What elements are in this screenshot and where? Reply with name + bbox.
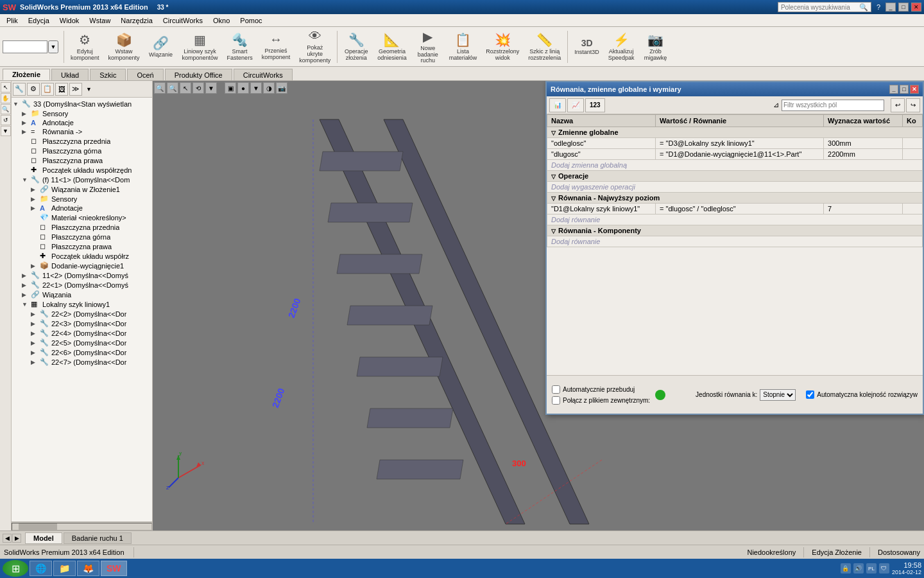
table-row[interactable]: "odleglosc" = "D3@Lokalny szyk liniowy1"… — [547, 138, 923, 149]
close-button[interactable]: ✕ — [911, 3, 921, 12]
add-operation-link[interactable]: Dodaj wygaszenie operacji — [547, 182, 923, 193]
tree-item-part22-3[interactable]: ▶ 🔧 22<3> (Domyślna<<Dor — [13, 319, 151, 328]
dialog-btn-123[interactable]: 123 — [585, 98, 605, 112]
tree-item-part22-6[interactable]: ▶ 🔧 22<6> (Domyślna<<Dor — [13, 347, 151, 357]
tree-item-part22-4[interactable]: ▶ 🔧 22<4> (Domyślna<<Dor — [13, 328, 151, 338]
tree-item-plane-right2[interactable]: ◻ Płaszczyzna prawa — [13, 241, 151, 251]
search-box[interactable]: 🔍 — [778, 2, 871, 12]
sidebar-scrollbar[interactable] — [12, 521, 152, 530]
expander-part22-1[interactable]: ▶ — [22, 282, 31, 288]
toolbar-move-component[interactable]: ↔ Przenieśkomponent — [258, 29, 295, 65]
start-button[interactable]: ⊞ — [3, 560, 28, 577]
tree-item-plane-top1[interactable]: ◻ Płaszczyzna górna — [13, 146, 151, 155]
menu-edycja[interactable]: Edycja — [23, 15, 55, 26]
lt-select[interactable]: ↖ — [1, 82, 11, 92]
search-input[interactable] — [781, 4, 858, 11]
vp-zoom-out[interactable]: 🔍 — [167, 82, 178, 94]
tray-volume[interactable]: 🔊 — [853, 563, 864, 574]
expander-part22-7[interactable]: ▶ — [31, 359, 40, 365]
tab-nav-left[interactable]: ◀ — [3, 534, 12, 543]
st-display[interactable]: 🖼 — [55, 83, 68, 96]
maximize-button[interactable]: □ — [898, 3, 909, 12]
btab-model[interactable]: Model — [25, 532, 62, 544]
menu-wstaw[interactable]: Wstaw — [84, 15, 116, 26]
help-btn[interactable]: ? — [874, 3, 883, 11]
lt-zoom[interactable]: 🔍 — [1, 104, 11, 114]
st-config[interactable]: ⚙ — [27, 83, 40, 96]
cell-value[interactable]: = "D3@Lokalny szyk liniowy1" — [656, 138, 824, 149]
vp-cursor[interactable]: ↖ — [180, 82, 191, 94]
lt-rotate[interactable]: ↺ — [1, 115, 11, 125]
cell-eq1-value[interactable]: = "dlugosc" / "odleglosc" — [656, 204, 824, 215]
taskbar-solidworks[interactable]: SW — [101, 561, 127, 576]
toolbar-mate[interactable]: 🔗 Wiązanie — [145, 29, 177, 65]
section-zmienne-globalne[interactable]: ▽Zmienne globalne — [547, 127, 923, 138]
expander-part22-3[interactable]: ▶ — [31, 320, 40, 327]
tab-uklad[interactable]: Układ — [51, 69, 89, 80]
menu-widok[interactable]: Widok — [55, 15, 85, 26]
expander-part22-6[interactable]: ▶ — [31, 349, 40, 356]
toolbar-bom[interactable]: 📋 Listamateriałów — [445, 29, 481, 65]
expander-part11-2[interactable]: ▶ — [22, 272, 31, 279]
st-assembly[interactable]: 🔧 — [13, 83, 26, 96]
toolbar-snapshot[interactable]: 📷 Zróbmigawkę — [639, 29, 671, 65]
section-operacje[interactable]: ▽Operacje — [547, 171, 923, 182]
toolbar-instant3d[interactable]: 3D Instant3D — [570, 29, 603, 65]
add-equation1-link[interactable]: Dodaj równanie — [547, 215, 923, 225]
vp-view-more[interactable]: ▼ — [205, 82, 217, 94]
tree-item-part11-1[interactable]: ▼ 🔧 (f) 11<1> (Domyślna<<Dom — [13, 175, 151, 184]
toolbar-show-hidden[interactable]: 👁 Pokażukrytekomponenty — [295, 29, 334, 65]
taskbar-ie[interactable]: 🌐 — [30, 561, 52, 576]
tree-item-annotations1[interactable]: ▶ A Adnotacje — [13, 118, 151, 127]
tab-circuitworks[interactable]: CircuitWorks — [234, 69, 293, 80]
tree-item-material[interactable]: 💎 Materiał <nieokreślony> — [13, 213, 151, 222]
tree-item-plane-top2[interactable]: ◻ Płaszczyzna górna — [13, 232, 151, 241]
tree-item-pattern[interactable]: ▼ ▦ Lokalny szyk liniowy1 — [13, 299, 151, 309]
tray-network[interactable]: 🔒 — [841, 563, 851, 574]
toolbar-exploded[interactable]: 💥 Rozstrzelonywidok — [482, 29, 523, 65]
vp-light-more[interactable]: ▼ — [250, 82, 262, 94]
dialog-maximize[interactable]: □ — [900, 85, 909, 94]
toolbar-geometry[interactable]: 📐 Geometriaodniesienia — [373, 29, 411, 65]
tree-item-sensory1[interactable]: ▶ 📁 Sensory — [13, 109, 151, 118]
expander-part22-5[interactable]: ▶ — [31, 340, 40, 346]
auto-rebuild-checkbox[interactable] — [552, 385, 560, 394]
vp-zoom-in[interactable]: 🔍 — [154, 82, 166, 94]
toolbar-linear-pattern[interactable]: ▦ Liniowy szykkomponentów — [178, 29, 222, 65]
expander-add1[interactable]: ▶ — [31, 263, 40, 269]
tree-item-part22-7[interactable]: ▶ 🔧 22<7> (Domyślna<<Dor — [13, 357, 151, 367]
quick-btn[interactable]: ▼ — [48, 40, 58, 53]
table-row-add-operation[interactable]: Dodaj wygaszenie operacji — [547, 182, 923, 193]
lt-filter[interactable]: ▼ — [1, 126, 11, 136]
tree-item-plane-front1[interactable]: ◻ Płaszczyzna przednia — [13, 136, 151, 146]
minimize-button[interactable]: _ — [886, 3, 896, 12]
st-more[interactable]: ≫ — [69, 83, 82, 96]
filter-input[interactable] — [782, 100, 884, 111]
expander-pattern[interactable]: ▼ — [22, 301, 31, 308]
vp-section[interactable]: ◑ — [263, 82, 275, 94]
tray-lang[interactable]: PL — [866, 563, 877, 574]
toolbar-insert-components[interactable]: 📦 Wstawkomponenty — [105, 29, 144, 65]
expander-sensory2[interactable]: ▶ — [31, 196, 40, 202]
table-row-eq1[interactable]: "D1@Lokalny szyk liniowy1" = "dlugosc" /… — [547, 204, 923, 215]
tree-item-mate1[interactable]: ▶ 🔗 Wiązania w Złożenie1 — [13, 184, 151, 194]
add-equation2-link[interactable]: Dodaj równanie — [547, 236, 923, 247]
tab-nav-right[interactable]: ▶ — [12, 534, 21, 543]
expander-mate1[interactable]: ▶ — [31, 186, 40, 193]
table-row[interactable]: "dlugosc" = "D1@Dodanie-wyciągnięcie1@11… — [547, 149, 923, 160]
expander-part11-1[interactable]: ▼ — [22, 177, 31, 183]
dialog-close[interactable]: ✕ — [910, 85, 919, 94]
menu-narzedzia[interactable]: Narzędzia — [116, 15, 158, 26]
toolbar-edit-component[interactable]: ⚙ Edytujkomponent — [67, 29, 103, 65]
link-external-row[interactable]: Połącz z plikiem zewnętrznym: — [552, 396, 650, 405]
toolbar-speedpak[interactable]: ⚡ AktualizujSpeedpak — [604, 29, 638, 65]
dialog-titlebar[interactable]: Równania, zmienne globalne i wymiary _ □… — [547, 82, 923, 96]
tree-item-sensory2[interactable]: ▶ 📁 Sensory — [13, 194, 151, 204]
tree-item-part22-2[interactable]: ▶ 🔧 22<2> (Domyślna<<Dor — [13, 309, 151, 319]
tab-szkic[interactable]: Szkic — [90, 69, 126, 80]
auto-rebuild-row[interactable]: Automatycznie przebuduj — [552, 385, 650, 394]
table-row-add-equation2[interactable]: Dodaj równanie — [547, 236, 923, 247]
menu-okno[interactable]: Okno — [208, 15, 235, 26]
expander-equations1[interactable]: ▶ — [22, 128, 31, 135]
dialog-undo[interactable]: ↩ — [891, 98, 905, 112]
